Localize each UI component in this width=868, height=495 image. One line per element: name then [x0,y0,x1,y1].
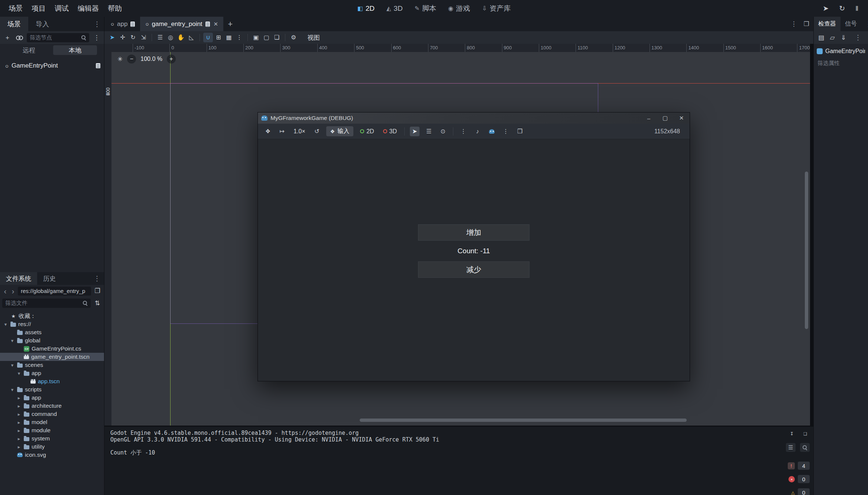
file-tree-row[interactable]: icon.svg [0,451,104,459]
file-tree-row[interactable]: scripts [0,385,104,394]
instance-scene-icon[interactable] [15,33,24,42]
local-button[interactable]: 本地 [53,45,97,55]
inspected-node-row[interactable]: GameEntryPoint... [814,46,868,56]
dock-tab[interactable]: 历史 [37,272,62,285]
inspector-menu-icon[interactable] [851,33,865,42]
audio-mute-icon[interactable] [473,127,482,136]
file-tree-row[interactable]: scenes [0,361,104,369]
dock-menu-icon[interactable] [90,272,104,285]
filter-files-input[interactable]: 筛选文件 [2,299,91,308]
expand-arrow-icon[interactable] [16,412,22,417]
zoom-in-button[interactable] [167,55,176,63]
list-select-icon[interactable]: ☰ [155,33,165,42]
pivot-tool-icon[interactable]: ◎ [166,33,175,42]
file-tree-row[interactable]: GameEntryPoint.cs [0,345,104,353]
vertical-ruler[interactable]: 0100200300400500600700800900 [104,52,111,426]
file-tree-row[interactable]: app [0,369,104,377]
minimize-icon[interactable] [641,113,657,124]
file-tree-row[interactable]: global [0,336,104,345]
copy-log-icon[interactable] [801,429,810,437]
deploy-icon[interactable]: ➤ [823,5,829,12]
grid-snap-icon[interactable]: ⊞ [214,33,223,42]
dock-tab[interactable]: 场景 [0,17,28,31]
load-resource-icon[interactable] [828,33,837,42]
dock-menu-icon[interactable] [90,17,104,31]
tree-options-icon[interactable] [92,33,101,42]
errors-counter[interactable]: ✕ 0 [788,475,810,483]
expand-arrow-icon[interactable] [16,436,22,441]
save-resource-icon[interactable] [839,33,848,42]
camera-3d-button[interactable]: 3D [381,127,399,136]
select-tool-icon[interactable]: ➤ [107,33,117,42]
output-divider[interactable] [104,426,813,427]
new-scene-tab-icon[interactable] [223,17,237,31]
filter-properties-input[interactable]: 筛选属性 [814,58,868,68]
file-tree-row[interactable]: app.tscn [0,377,104,385]
horizontal-scrollbar[interactable] [360,419,687,422]
right-dock-divider[interactable] [813,17,814,495]
file-tree-row[interactable]: app [0,394,104,402]
split-view-icon[interactable] [93,287,102,296]
file-tree-row[interactable]: res:// [0,320,104,328]
workspace-tab[interactable]: ⇩ 资产库 [477,2,515,15]
workspace-tab[interactable]: ◉ 游戏 [443,2,475,15]
next-frame-icon[interactable] [277,127,287,136]
game-options-icon[interactable] [501,127,511,136]
group-icon[interactable]: ❏ [272,33,282,42]
expand-arrow-icon[interactable] [10,338,15,343]
workspace-tab[interactable]: ✎ 脚本 [410,2,441,15]
file-tree-row[interactable]: assets [0,328,104,336]
zoom-level[interactable]: 100.0 % [140,56,162,62]
file-tree-row[interactable]: utility [0,443,104,451]
snap-options-icon[interactable]: ⋮ [234,33,244,42]
game-list-select-icon[interactable] [424,127,434,136]
dock-tab[interactable]: 检查器 [814,17,841,31]
camera-override-icon[interactable] [487,127,496,136]
dock-tab[interactable]: 文件系统 [0,272,37,285]
vertical-scrollbar[interactable] [805,172,808,329]
current-path[interactable]: res://global/game_entry_p [18,287,91,296]
menu-item[interactable]: 编辑器 [74,2,103,15]
decrease-button[interactable]: 减少 [418,261,529,278]
expand-arrow-icon[interactable] [16,444,22,449]
file-tree-row[interactable]: module [0,426,104,434]
expand-arrow-icon[interactable] [16,428,22,433]
scene-tab[interactable]: app [106,17,140,31]
expand-arrow-icon[interactable] [10,363,15,368]
menu-item[interactable]: 场景 [4,2,27,15]
file-tree-row[interactable]: system [0,434,104,443]
unlock-icon[interactable]: ▢ [262,33,271,42]
center-view-icon[interactable] [117,55,123,63]
pan-tool-icon[interactable]: ✋ [176,33,186,42]
scene-tab[interactable]: game_entry_point [140,17,223,31]
input-mode-toggle[interactable]: 输入 [326,126,354,136]
sort-icon[interactable] [93,299,102,308]
close-icon[interactable] [673,113,690,124]
filter-nodes-input[interactable]: 筛选节点 [27,33,89,42]
zoom-out-button[interactable] [127,55,136,63]
dock-menu-icon[interactable] [861,17,868,31]
attached-script-icon[interactable] [96,63,100,68]
increase-button[interactable]: 增加 [418,224,529,241]
file-tree-row[interactable]: 收藏： [0,312,104,320]
dock-tab[interactable]: 信号 [841,17,861,31]
add-node-icon[interactable] [3,33,12,42]
move-tool-icon[interactable]: ✛ [118,33,127,42]
expand-arrow-icon[interactable] [10,387,15,392]
file-tree-row[interactable]: game_entry_point.tscn [0,353,104,361]
lock-icon[interactable]: ▣ [251,33,261,42]
game-session-icon[interactable] [263,127,273,136]
pause-icon[interactable]: ‖ [855,5,858,12]
menu-item[interactable]: 项目 [27,2,50,15]
close-tab-icon[interactable] [214,21,218,27]
dock-tab[interactable]: 导入 [28,17,56,31]
skeleton-options-icon[interactable]: ⚙ [289,33,298,42]
select-options-icon[interactable] [459,127,468,136]
grid-icon[interactable]: ▦ [224,33,234,42]
scale-tool-icon[interactable]: ⇲ [139,33,148,42]
visibility-icon[interactable] [438,127,448,136]
left-dock-divider[interactable] [104,17,104,495]
expand-arrow-icon[interactable] [16,404,22,408]
tab-list-icon[interactable] [791,20,797,28]
fullscreen-icon[interactable] [515,127,525,136]
